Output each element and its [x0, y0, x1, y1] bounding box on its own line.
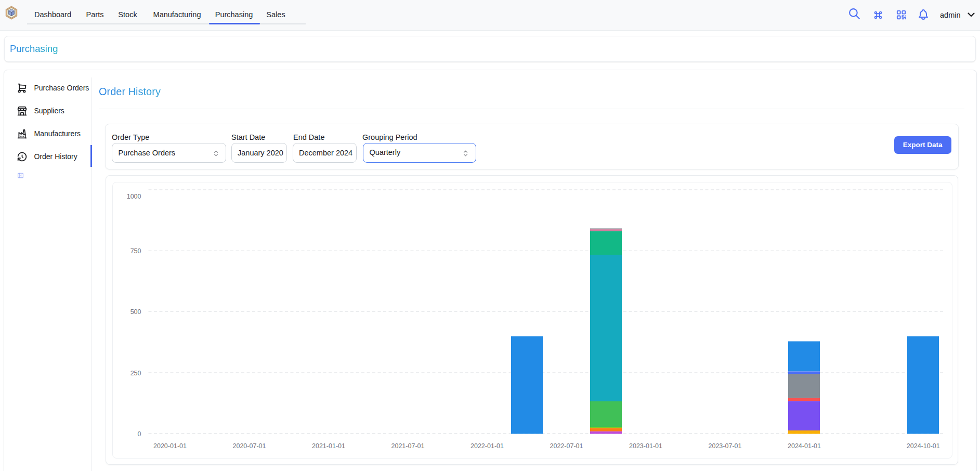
svg-text:2023-07-01: 2023-07-01: [709, 442, 742, 450]
svg-text:2024-01-01: 2024-01-01: [788, 442, 821, 450]
svg-text:2024-10-01: 2024-10-01: [907, 442, 940, 450]
svg-text:750: 750: [130, 247, 141, 255]
svg-text:2023-01-01: 2023-01-01: [629, 442, 662, 450]
svg-text:2021-07-01: 2021-07-01: [391, 442, 425, 450]
svg-text:2021-01-01: 2021-01-01: [312, 442, 345, 450]
svg-text:2020-01-01: 2020-01-01: [153, 442, 187, 450]
svg-text:500: 500: [130, 308, 141, 316]
svg-text:2020-07-01: 2020-07-01: [233, 442, 266, 450]
svg-text:2022-07-01: 2022-07-01: [550, 442, 583, 450]
svg-text:2022-01-01: 2022-01-01: [471, 442, 504, 450]
svg-text:1000: 1000: [127, 193, 141, 200]
svg-text:250: 250: [130, 370, 141, 377]
svg-text:0: 0: [138, 430, 141, 438]
